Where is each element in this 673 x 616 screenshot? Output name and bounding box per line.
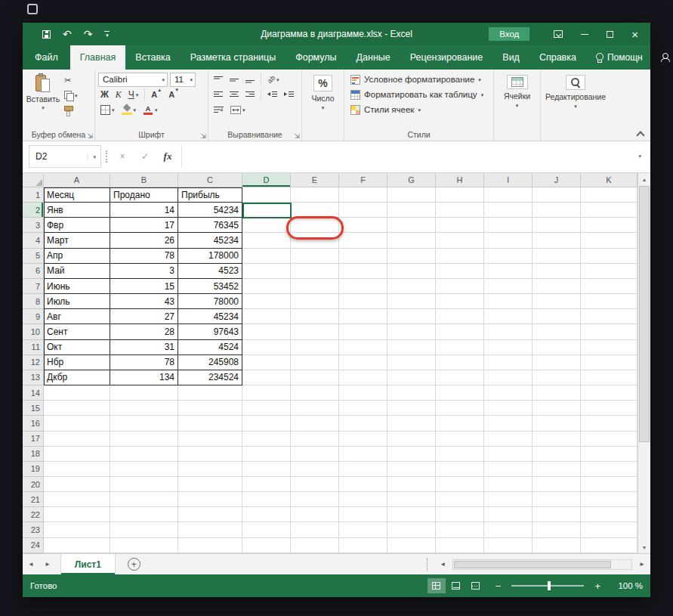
row-header-17[interactable]: 17 xyxy=(23,432,44,447)
cell-B22[interactable] xyxy=(110,507,178,522)
cell-J4[interactable] xyxy=(533,233,581,248)
sign-in-button[interactable]: Вход xyxy=(489,27,529,41)
editing-button[interactable]: Редактирование ▾ xyxy=(545,72,606,109)
sheet-nav-next-icon[interactable]: ► xyxy=(39,561,56,568)
cell-G9[interactable] xyxy=(387,309,436,324)
cell-H22[interactable] xyxy=(436,507,484,522)
cell-C4[interactable]: 45234 xyxy=(178,233,242,248)
name-box[interactable]: D2 ▾ xyxy=(29,145,101,168)
cell-E19[interactable] xyxy=(291,462,339,477)
cell-C22[interactable] xyxy=(178,507,242,522)
cell-G12[interactable] xyxy=(387,355,436,370)
cell-F13[interactable] xyxy=(339,370,387,385)
row-header-5[interactable]: 5 xyxy=(23,249,44,264)
clipboard-dialog-launcher-icon[interactable]: ⇲ xyxy=(87,133,93,140)
row-header-7[interactable]: 7 xyxy=(23,279,44,294)
cell-J8[interactable] xyxy=(533,294,581,309)
column-header-A[interactable]: A xyxy=(44,173,110,187)
format-painter-button[interactable] xyxy=(62,104,80,118)
cell-E15[interactable] xyxy=(291,401,339,416)
cell-H19[interactable] xyxy=(436,462,484,477)
tab-insert[interactable]: Вставка xyxy=(125,45,180,70)
cell-I15[interactable] xyxy=(484,401,533,416)
cell-C19[interactable] xyxy=(178,462,242,477)
cell-B3[interactable]: 17 xyxy=(110,218,178,233)
orientation-button[interactable]: ab▾ xyxy=(265,73,282,87)
column-header-C[interactable]: C xyxy=(178,173,242,187)
cell-B18[interactable] xyxy=(110,447,178,462)
cell-H1[interactable] xyxy=(436,187,484,203)
cell-G6[interactable] xyxy=(387,264,436,279)
cell-I13[interactable] xyxy=(484,370,533,385)
cell-B11[interactable]: 31 xyxy=(110,340,178,355)
column-header-G[interactable]: G xyxy=(387,173,436,187)
normal-view-button[interactable] xyxy=(428,578,446,593)
row-header-21[interactable]: 21 xyxy=(23,492,44,507)
cell-I4[interactable] xyxy=(484,233,533,248)
row-header-9[interactable]: 9 xyxy=(23,309,44,324)
row-header-8[interactable]: 8 xyxy=(23,294,44,309)
cell-J18[interactable] xyxy=(533,447,581,462)
cell-K4[interactable] xyxy=(581,233,637,248)
page-layout-view-button[interactable] xyxy=(447,578,465,593)
cell-D20[interactable] xyxy=(242,477,291,492)
cell-H24[interactable] xyxy=(436,538,484,553)
cell-H10[interactable] xyxy=(436,324,484,339)
undo-icon[interactable]: ↶ xyxy=(63,29,72,39)
cell-K14[interactable] xyxy=(581,385,637,401)
cell-A18[interactable] xyxy=(44,447,110,462)
cell-F18[interactable] xyxy=(339,447,387,462)
hscroll-left-icon[interactable]: ◄ xyxy=(434,561,451,568)
cell-A24[interactable] xyxy=(44,538,110,553)
row-header-18[interactable]: 18 xyxy=(23,447,44,462)
cell-G1[interactable] xyxy=(387,187,436,203)
cell-F21[interactable] xyxy=(339,492,387,507)
row-header-2[interactable]: 2 xyxy=(23,203,44,218)
cell-E18[interactable] xyxy=(291,447,339,462)
cell-K6[interactable] xyxy=(581,264,637,279)
add-sheet-button[interactable]: + xyxy=(128,558,140,571)
cell-A22[interactable] xyxy=(44,507,110,522)
cell-F1[interactable] xyxy=(339,187,387,203)
cell-C8[interactable]: 78000 xyxy=(178,294,242,309)
cell-K8[interactable] xyxy=(581,294,637,309)
cell-A3[interactable]: Фвр xyxy=(44,218,110,233)
cell-J15[interactable] xyxy=(533,401,581,416)
cell-E1[interactable] xyxy=(291,187,339,203)
cell-A11[interactable]: Окт xyxy=(44,340,110,355)
cell-E12[interactable] xyxy=(291,355,339,370)
cell-H3[interactable] xyxy=(436,218,484,233)
cell-C14[interactable] xyxy=(178,385,242,401)
font-dialog-launcher-icon[interactable]: ⇲ xyxy=(200,133,206,140)
cell-B1[interactable]: Продано xyxy=(110,187,178,203)
page-break-view-button[interactable] xyxy=(467,578,485,593)
cell-D8[interactable] xyxy=(242,294,291,309)
cell-G7[interactable] xyxy=(387,279,436,294)
copy-button[interactable]: ▾ xyxy=(62,88,80,103)
cell-J14[interactable] xyxy=(533,385,581,401)
cell-A2[interactable]: Янв xyxy=(44,203,110,218)
align-top-button[interactable] xyxy=(211,73,225,87)
row-header-12[interactable]: 12 xyxy=(23,355,44,370)
cell-I23[interactable] xyxy=(484,522,533,537)
cell-A23[interactable] xyxy=(44,522,110,537)
cell-K2[interactable] xyxy=(581,203,637,218)
row-header-15[interactable]: 15 xyxy=(23,401,44,416)
cell-I14[interactable] xyxy=(484,385,533,401)
cell-D23[interactable] xyxy=(242,522,291,537)
cell-F11[interactable] xyxy=(339,340,387,355)
cell-F7[interactable] xyxy=(339,279,387,294)
cell-I6[interactable] xyxy=(484,264,533,279)
cell-A6[interactable]: Май xyxy=(44,264,110,279)
zoom-in-button[interactable]: + xyxy=(594,581,600,591)
cell-F15[interactable] xyxy=(339,401,387,416)
cell-F4[interactable] xyxy=(339,233,387,248)
font-color-button[interactable]: А▾ xyxy=(140,103,160,117)
cell-H8[interactable] xyxy=(436,294,484,309)
cell-A15[interactable] xyxy=(44,401,110,416)
cell-H6[interactable] xyxy=(436,264,484,279)
cell-B20[interactable] xyxy=(110,477,178,492)
share-button[interactable]: Поделиться xyxy=(652,45,673,70)
vertical-scrollbar[interactable]: ▲ ▼ xyxy=(637,173,650,553)
cell-C9[interactable]: 45234 xyxy=(178,309,242,324)
